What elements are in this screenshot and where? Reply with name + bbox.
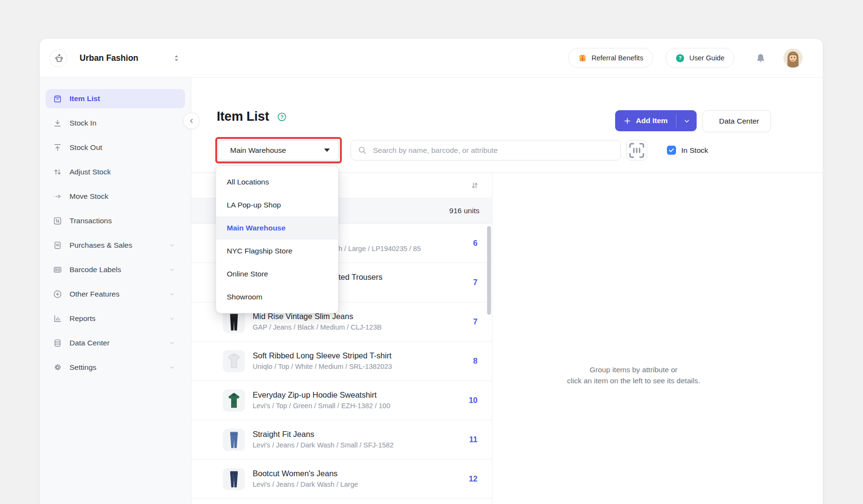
caret-down-icon (324, 149, 330, 152)
item-row[interactable]: Straight Fit Jeans Levi's / Jeans / Dark… (191, 420, 492, 459)
adjust-stock-icon (53, 167, 62, 177)
add-item-button[interactable]: Add Item (615, 110, 697, 131)
jeans-black-icon (223, 311, 245, 333)
jeans-dark-icon (223, 468, 245, 490)
item-attributes: Uniqlo / Top / White / Medium / SRL-1382… (253, 363, 392, 371)
item-title: Straight Fit Jeans (253, 430, 394, 440)
app-window: Urban Fashion Referral Benefits ? User G… (40, 39, 823, 504)
chevron-down-icon (169, 291, 175, 298)
sidebar-item[interactable]: Settings (46, 358, 185, 377)
data-center-icon (53, 338, 62, 348)
location-dropdown-menu: All Locations LA Pop-up Shop Main Wareho… (216, 166, 338, 313)
sidebar-collapse-button[interactable] (183, 113, 199, 129)
sidebar: Item List Stock In Stock Out Adjust Stoc… (40, 78, 191, 504)
item-title (338, 233, 421, 243)
location-option[interactable]: Online Store (216, 263, 338, 286)
item-quantity: 7 (473, 317, 478, 326)
search-input[interactable] (350, 140, 621, 160)
gift-icon (578, 53, 587, 63)
detail-hint-line1: Group items by attribute or (590, 364, 678, 375)
user-guide-label: User Guide (689, 54, 724, 62)
sidebar-item[interactable]: Stock Out (46, 138, 185, 157)
item-quantity: 6 (473, 239, 478, 248)
in-stock-filter[interactable]: In Stock (667, 140, 708, 160)
sidebar-item[interactable]: Item List (46, 89, 185, 108)
plus-icon (623, 117, 631, 125)
data-center-button[interactable]: Data Center (702, 110, 771, 132)
location-option-label: LA Pop-up Shop (227, 201, 281, 209)
item-title: Everyday Zip-up Hoodie Sweatshirt (253, 390, 390, 401)
referral-benefits-button[interactable]: Referral Benefits (568, 48, 653, 68)
item-row[interactable]: Bootcut Women's Jeans Levi's / Jeans / D… (191, 459, 492, 499)
sidebar-item-label: Other Features (70, 290, 119, 298)
user-avatar[interactable] (783, 48, 803, 68)
item-title: ted Trousers (338, 273, 383, 283)
item-attributes: h / Large / LP1940235 / 85 (338, 245, 421, 253)
location-option[interactable]: Main Warehouse (216, 217, 338, 240)
barcode-labels-icon (53, 265, 62, 275)
location-option-label: Online Store (227, 270, 268, 278)
sidebar-item[interactable]: Barcode Labels (46, 260, 185, 279)
workspace-switcher-icon[interactable] (173, 54, 180, 62)
location-option[interactable]: NYC Flagship Store (216, 240, 338, 263)
purchases-sales-icon (53, 241, 62, 250)
barcode-scan-button[interactable] (626, 140, 647, 160)
workspace-logo[interactable] (49, 49, 67, 67)
data-center-label: Data Center (719, 117, 759, 126)
item-attributes (338, 284, 383, 293)
chevron-down-icon (169, 266, 175, 273)
in-stock-checkbox[interactable] (667, 146, 676, 155)
item-quantity: 11 (469, 435, 478, 444)
sweatshirt-white-icon (223, 350, 245, 372)
chevron-down-icon (169, 315, 175, 322)
avatar-image (783, 48, 803, 68)
sidebar-item-label: Move Stock (70, 192, 108, 201)
sidebar-item-label: Stock In (70, 119, 96, 127)
location-dropdown-trigger[interactable]: Main Warehouse (218, 140, 339, 160)
location-option[interactable]: Showroom (216, 286, 338, 309)
in-stock-label: In Stock (681, 146, 708, 155)
location-option-label: Main Warehouse (227, 224, 286, 232)
chevron-down-icon (169, 242, 175, 249)
item-title: Soft Ribbed Long Sleeve Striped T-shirt (253, 351, 392, 361)
scrollbar-thumb[interactable] (487, 226, 491, 315)
add-item-dropdown-toggle[interactable] (676, 110, 697, 131)
item-attributes: Levi's / Jeans / Dark Wash / Small / SFJ… (253, 441, 394, 450)
chevron-left-icon (188, 117, 195, 125)
item-attributes: Levi's / Top / Green / Small / EZH-1382 … (253, 402, 390, 411)
location-option[interactable]: LA Pop-up Shop (216, 194, 338, 217)
chevron-down-icon (169, 340, 175, 346)
sidebar-item-label: Adjust Stock (70, 168, 111, 176)
item-row[interactable]: Everyday Zip-up Hoodie Sweatshirt Levi's… (191, 381, 492, 420)
sidebar-item[interactable]: Purchases & Sales (46, 236, 185, 255)
user-guide-button[interactable]: ? User Guide (665, 48, 734, 68)
sidebar-item-label: Item List (70, 94, 100, 103)
sidebar-item-label: Data Center (70, 339, 110, 347)
item-title: Bootcut Women's Jeans (253, 469, 358, 479)
sidebar-item[interactable]: Data Center (46, 333, 185, 353)
help-icon[interactable]: ? (277, 112, 287, 122)
sidebar-item-label: Barcode Labels (70, 265, 121, 274)
settings-icon (53, 363, 62, 372)
sidebar-item[interactable]: Reports (46, 309, 185, 328)
stock-in-icon (53, 118, 62, 128)
location-option[interactable]: All Locations (216, 171, 338, 194)
tshirt-hanger-icon (53, 52, 64, 64)
item-row[interactable]: Soft Ribbed Long Sleeve Striped T-shirt … (191, 342, 492, 381)
sidebar-item[interactable]: Stock In (46, 114, 185, 133)
check-icon (668, 147, 675, 153)
location-option-label: NYC Flagship Store (227, 247, 292, 255)
sort-icon[interactable] (470, 181, 479, 190)
sidebar-item[interactable]: Other Features (46, 285, 185, 304)
sidebar-item[interactable]: Adjust Stock (46, 162, 185, 182)
location-option-label: Showroom (227, 293, 262, 301)
search-icon (357, 145, 367, 155)
sidebar-item-label: Reports (70, 314, 95, 323)
jeans-blue-icon (223, 429, 245, 451)
sidebar-item[interactable]: Transactions (46, 211, 185, 230)
question-circle-icon: ? (675, 53, 685, 63)
svg-text:?: ? (280, 114, 283, 119)
item-attributes: GAP / Jeans / Black / Medium / CLJ-123B (253, 323, 382, 332)
sidebar-item[interactable]: Move Stock (46, 187, 185, 206)
notification-bell-icon[interactable] (755, 53, 766, 64)
